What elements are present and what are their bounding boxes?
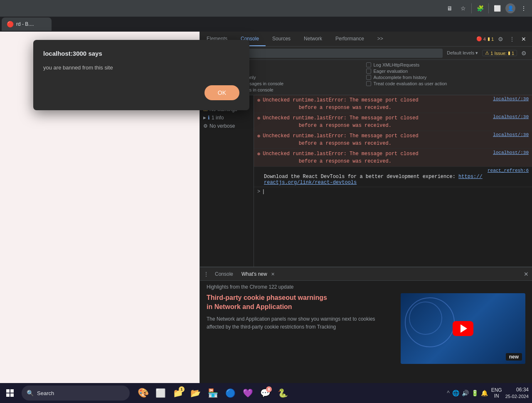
devtools-header: Elements Console Sources Network Perform… — [200, 32, 532, 47]
autocomplete-label: Autocomplete from history — [374, 75, 427, 80]
extensions-icon[interactable]: 🧩 — [475, 3, 485, 13]
browser-tab[interactable]: 🔴 rd - B.... — [2, 17, 52, 31]
treat-code-checkbox[interactable] — [366, 81, 371, 86]
issue-label: 1 Issue: — [490, 51, 507, 56]
vscode-icon: 💜 — [243, 388, 253, 398]
devtools-more-button[interactable]: ⋮ — [507, 34, 517, 44]
error-entry-icon: ⊗ — [257, 97, 260, 104]
log-entry: ⊗ Unchecked runtime.lastError: The messa… — [254, 95, 532, 113]
verbose-icon: ⚙ — [203, 123, 208, 129]
devtools-actions: 🔴 4 ▮ 1 ⚙ ⋮ ✕ — [473, 34, 532, 44]
taskbar-whatsapp[interactable]: 💬 8 — [257, 385, 273, 401]
python-icon: 🐍 — [278, 388, 288, 398]
taskbar-search-bar[interactable]: 🔍 Search — [22, 386, 130, 401]
split-icon[interactable]: ⬜ — [492, 3, 502, 13]
bottom-tab-console[interactable]: Console — [212, 271, 236, 277]
taskbar-apps: 🎨 ⬜ 📁 1 📂 🏪 🔵 💜 💬 8 🐍 — [135, 385, 291, 401]
log-source-link[interactable]: localhost/:30 — [493, 96, 529, 101]
whats-new-tab-label: What's new — [241, 271, 267, 277]
warn-count-badge: ▮ 1 — [488, 36, 494, 42]
whats-new-text: Third-party cookie phaseout warningsin N… — [207, 293, 394, 364]
card-title: Third-party cookie phaseout warningsin N… — [207, 293, 394, 312]
page-area: localhost:3000 says you are banned from … — [0, 32, 200, 383]
taskbar-task-view[interactable]: ⬜ — [152, 385, 169, 401]
react-source-link[interactable]: react_refresh:6 — [264, 168, 529, 173]
language-block[interactable]: ENG IN — [491, 387, 502, 399]
filter-input[interactable] — [220, 49, 443, 58]
tab-network[interactable]: Network — [297, 32, 329, 46]
volume-icon[interactable]: 🔊 — [462, 390, 469, 396]
bookmark-icon[interactable]: ☆ — [458, 3, 468, 13]
eager-eval-label: Eager evaluation — [374, 69, 408, 74]
time-display: 06:34 — [505, 387, 529, 393]
settings-button[interactable]: ⚙ — [495, 34, 505, 44]
main-area: localhost:3000 says you are banned from … — [0, 32, 532, 383]
warn-icon: ▮ — [488, 36, 490, 42]
devtools-panel: Elements Console Sources Network Perform… — [200, 32, 532, 383]
error-count-badge: 🔴 4 — [476, 36, 486, 42]
error-count: 4 — [483, 37, 486, 42]
taskbar-colorful-app[interactable]: 🎨 — [135, 385, 151, 401]
log-xml-checkbox[interactable] — [366, 62, 371, 67]
cursor: | — [262, 189, 265, 195]
taskbar-folder[interactable]: 📂 — [187, 385, 204, 401]
log-entry: ⊗ Unchecked runtime.lastError: The messa… — [254, 113, 532, 131]
system-tray: ^ 🌐 🔊 🔋 🔔 — [447, 390, 488, 396]
network-icon[interactable]: 🌐 — [452, 390, 459, 396]
log-source-link[interactable]: localhost/:30 — [493, 150, 529, 155]
tab-more[interactable]: >> — [371, 32, 390, 46]
error-entry-icon: ⊗ — [257, 115, 260, 121]
error-x-icon: 🔴 — [476, 36, 482, 42]
log-entry-text: Unchecked runtime.lastError: The message… — [263, 114, 490, 129]
devtools-close-button[interactable]: ✕ — [519, 34, 529, 44]
notifications-icon[interactable]: 🔔 — [481, 390, 488, 396]
levels-dropdown[interactable]: Default levels ▾ — [444, 50, 480, 56]
autocomplete-setting: Autocomplete from history — [366, 75, 527, 80]
search-icon: 🔍 — [27, 390, 34, 396]
sidebar-info[interactable]: ▶ ℹ 1 info — [200, 114, 254, 122]
react-devtools-message: react_refresh:6 Download the React DevTo… — [254, 167, 532, 187]
whats-new-thumbnail: new — [401, 293, 525, 364]
bottom-panel: ⋮ Console What's new ✕ ✕ Highlights from… — [200, 267, 532, 383]
console-log[interactable]: ⊗ Unchecked runtime.lastError: The messa… — [254, 95, 532, 267]
bottom-panel-close-button[interactable]: ✕ — [524, 271, 529, 277]
error-entry-icon: ⊗ — [257, 151, 260, 157]
taskbar-store[interactable]: 🏪 — [204, 385, 221, 401]
log-source-link[interactable]: localhost/:30 — [493, 114, 529, 119]
info-label: 1 info — [212, 115, 224, 121]
verbose-label: No verbose — [209, 123, 235, 129]
tab-sources[interactable]: Sources — [266, 32, 297, 46]
cast-icon[interactable]: 🖥 — [445, 3, 455, 13]
react-message-text: Download the React DevTools for a better… — [264, 174, 483, 185]
ok-button[interactable]: OK — [204, 85, 239, 100]
autocomplete-checkbox[interactable] — [366, 75, 371, 80]
tab-performance[interactable]: Performance — [329, 32, 371, 46]
log-source-link[interactable]: localhost/:30 — [493, 132, 529, 137]
taskbar-python[interactable]: 🐍 — [274, 385, 291, 401]
youtube-thumbnail: new — [401, 293, 525, 364]
chevron-up-icon[interactable]: ^ — [447, 390, 450, 396]
eager-eval-checkbox[interactable] — [366, 69, 371, 74]
react-devtools-link[interactable]: https://reactjs.org/link/react-devtools — [264, 174, 483, 185]
taskbar-chrome[interactable]: 🔵 — [222, 385, 239, 401]
whats-new-close-icon[interactable]: ✕ — [271, 272, 275, 277]
battery-icon[interactable]: 🔋 — [471, 390, 478, 396]
taskbar-vscode[interactable]: 💜 — [239, 385, 256, 401]
log-entry-text: Unchecked runtime.lastError: The message… — [263, 150, 490, 165]
log-entry-text: Unchecked runtime.lastError: The message… — [263, 132, 490, 147]
bottom-panel-header: ⋮ Console What's new ✕ ✕ — [200, 267, 532, 281]
bottom-tab-whats-new[interactable]: What's new ✕ — [239, 271, 277, 277]
bottom-panel-drag-icon[interactable]: ⋮ — [203, 271, 209, 277]
treat-code-label: Treat code evaluation as user action — [374, 81, 447, 86]
console-settings-button[interactable]: ⚙ — [519, 48, 529, 58]
taskbar-file-explorer[interactable]: 📁 1 — [170, 385, 186, 401]
topbar-divider — [471, 3, 472, 13]
youtube-play-button[interactable] — [453, 321, 473, 336]
issue-badge[interactable]: ⚠ 1 Issue: ▮ 1 — [482, 50, 517, 56]
start-button[interactable] — [0, 383, 20, 403]
profile-avatar[interactable]: 👤 — [505, 3, 515, 13]
sidebar-verbose[interactable]: ⚙ No verbose — [200, 122, 254, 130]
menu-icon[interactable]: ⋮ — [519, 3, 529, 13]
whatsapp-badge: 8 — [266, 386, 272, 392]
time-block[interactable]: 06:34 25-02-2024 — [505, 387, 529, 399]
